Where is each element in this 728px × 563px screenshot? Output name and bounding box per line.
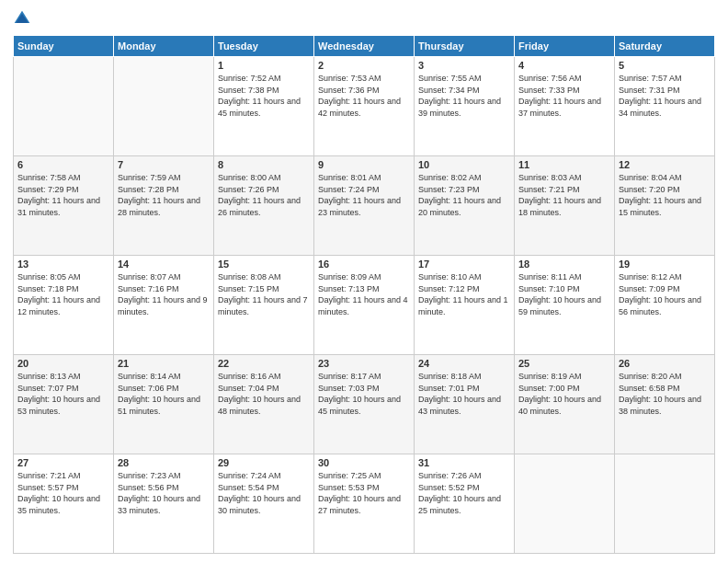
day-info: Sunrise: 7:56 AM Sunset: 7:33 PM Dayligh… (518, 73, 610, 119)
day-info: Sunrise: 8:14 AM Sunset: 7:06 PM Dayligh… (118, 371, 210, 417)
calendar-day-cell: 24Sunrise: 8:18 AM Sunset: 7:01 PM Dayli… (415, 355, 515, 454)
page-container: SundayMondayTuesdayWednesdayThursdayFrid… (0, 0, 728, 563)
calendar-day-cell: 12Sunrise: 8:04 AM Sunset: 7:20 PM Dayli… (615, 156, 715, 256)
day-number: 20 (17, 358, 109, 369)
day-number: 31 (418, 457, 510, 468)
day-info: Sunrise: 8:19 AM Sunset: 7:00 PM Dayligh… (518, 371, 610, 417)
calendar-day-cell: 25Sunrise: 8:19 AM Sunset: 7:00 PM Dayli… (515, 355, 615, 454)
day-info: Sunrise: 7:21 AM Sunset: 5:57 PM Dayligh… (17, 470, 109, 516)
calendar-day-cell (114, 57, 214, 156)
day-number: 27 (17, 457, 109, 468)
day-info: Sunrise: 7:59 AM Sunset: 7:28 PM Dayligh… (118, 172, 210, 218)
calendar-day-cell (615, 454, 715, 554)
day-info: Sunrise: 8:13 AM Sunset: 7:07 PM Dayligh… (17, 371, 109, 417)
day-number: 7 (118, 159, 210, 170)
day-info: Sunrise: 7:24 AM Sunset: 5:54 PM Dayligh… (218, 470, 310, 516)
calendar-day-cell: 9Sunrise: 8:01 AM Sunset: 7:24 PM Daylig… (314, 156, 415, 256)
calendar-day-cell: 28Sunrise: 7:23 AM Sunset: 5:56 PM Dayli… (114, 454, 214, 554)
calendar-day-cell: 6Sunrise: 7:58 AM Sunset: 7:29 PM Daylig… (14, 156, 114, 256)
calendar-day-cell: 14Sunrise: 8:07 AM Sunset: 7:16 PM Dayli… (114, 256, 214, 355)
day-of-week-header: Saturday (615, 36, 715, 57)
calendar-day-cell: 10Sunrise: 8:02 AM Sunset: 7:23 PM Dayli… (415, 156, 515, 256)
day-number: 11 (518, 159, 610, 170)
day-info: Sunrise: 7:52 AM Sunset: 7:38 PM Dayligh… (218, 73, 310, 119)
day-number: 12 (619, 159, 711, 170)
day-info: Sunrise: 7:53 AM Sunset: 7:36 PM Dayligh… (318, 73, 410, 119)
day-info: Sunrise: 8:17 AM Sunset: 7:03 PM Dayligh… (318, 371, 410, 417)
calendar-day-cell: 31Sunrise: 7:26 AM Sunset: 5:52 PM Dayli… (415, 454, 515, 554)
day-info: Sunrise: 8:08 AM Sunset: 7:15 PM Dayligh… (218, 271, 310, 317)
day-info: Sunrise: 8:16 AM Sunset: 7:04 PM Dayligh… (218, 371, 310, 417)
calendar-day-cell: 21Sunrise: 8:14 AM Sunset: 7:06 PM Dayli… (114, 355, 214, 454)
day-number: 25 (518, 358, 610, 369)
day-info: Sunrise: 7:58 AM Sunset: 7:29 PM Dayligh… (17, 172, 109, 218)
day-number: 3 (418, 60, 510, 71)
day-number: 15 (218, 259, 310, 270)
day-number: 16 (318, 259, 410, 270)
day-number: 13 (17, 259, 109, 270)
calendar-day-cell: 1Sunrise: 7:52 AM Sunset: 7:38 PM Daylig… (214, 57, 314, 156)
day-info: Sunrise: 7:25 AM Sunset: 5:53 PM Dayligh… (318, 470, 410, 516)
day-number: 24 (418, 358, 510, 369)
day-info: Sunrise: 7:57 AM Sunset: 7:31 PM Dayligh… (619, 73, 711, 119)
calendar-day-cell: 26Sunrise: 8:20 AM Sunset: 6:58 PM Dayli… (615, 355, 715, 454)
day-number: 28 (118, 457, 210, 468)
calendar-day-cell: 15Sunrise: 8:08 AM Sunset: 7:15 PM Dayli… (214, 256, 314, 355)
day-number: 9 (318, 159, 410, 170)
day-info: Sunrise: 8:07 AM Sunset: 7:16 PM Dayligh… (118, 271, 210, 317)
day-number: 29 (218, 457, 310, 468)
calendar-day-cell: 4Sunrise: 7:56 AM Sunset: 7:33 PM Daylig… (515, 57, 615, 156)
day-number: 22 (218, 358, 310, 369)
calendar-day-cell: 8Sunrise: 8:00 AM Sunset: 7:26 PM Daylig… (214, 156, 314, 256)
calendar-week-row: 27Sunrise: 7:21 AM Sunset: 5:57 PM Dayli… (14, 454, 715, 554)
day-number: 26 (619, 358, 711, 369)
day-info: Sunrise: 8:01 AM Sunset: 7:24 PM Dayligh… (318, 172, 410, 218)
calendar-week-row: 6Sunrise: 7:58 AM Sunset: 7:29 PM Daylig… (14, 156, 715, 256)
calendar-day-cell: 22Sunrise: 8:16 AM Sunset: 7:04 PM Dayli… (214, 355, 314, 454)
header (13, 9, 715, 28)
calendar-day-cell: 2Sunrise: 7:53 AM Sunset: 7:36 PM Daylig… (314, 57, 415, 156)
day-of-week-header: Thursday (415, 36, 515, 57)
day-info: Sunrise: 8:20 AM Sunset: 6:58 PM Dayligh… (619, 371, 711, 417)
day-info: Sunrise: 8:02 AM Sunset: 7:23 PM Dayligh… (418, 172, 510, 218)
calendar-day-cell: 29Sunrise: 7:24 AM Sunset: 5:54 PM Dayli… (214, 454, 314, 554)
day-number: 5 (619, 60, 711, 71)
day-of-week-header: Friday (515, 36, 615, 57)
day-number: 10 (418, 159, 510, 170)
calendar-header-row: SundayMondayTuesdayWednesdayThursdayFrid… (14, 36, 715, 57)
calendar-day-cell: 3Sunrise: 7:55 AM Sunset: 7:34 PM Daylig… (415, 57, 515, 156)
day-of-week-header: Tuesday (214, 36, 314, 57)
day-info: Sunrise: 8:03 AM Sunset: 7:21 PM Dayligh… (518, 172, 610, 218)
day-number: 1 (218, 60, 310, 71)
day-number: 17 (418, 259, 510, 270)
day-info: Sunrise: 8:12 AM Sunset: 7:09 PM Dayligh… (619, 271, 711, 317)
day-info: Sunrise: 7:26 AM Sunset: 5:52 PM Dayligh… (418, 470, 510, 516)
day-info: Sunrise: 8:18 AM Sunset: 7:01 PM Dayligh… (418, 371, 510, 417)
day-number: 19 (619, 259, 711, 270)
day-number: 18 (518, 259, 610, 270)
day-of-week-header: Wednesday (314, 36, 415, 57)
day-info: Sunrise: 8:11 AM Sunset: 7:10 PM Dayligh… (518, 271, 610, 317)
calendar-day-cell (515, 454, 615, 554)
day-number: 30 (318, 457, 410, 468)
day-number: 2 (318, 60, 410, 71)
calendar-day-cell: 18Sunrise: 8:11 AM Sunset: 7:10 PM Dayli… (515, 256, 615, 355)
calendar-week-row: 13Sunrise: 8:05 AM Sunset: 7:18 PM Dayli… (14, 256, 715, 355)
day-info: Sunrise: 8:10 AM Sunset: 7:12 PM Dayligh… (418, 271, 510, 317)
day-info: Sunrise: 7:23 AM Sunset: 5:56 PM Dayligh… (118, 470, 210, 516)
day-of-week-header: Monday (114, 36, 214, 57)
calendar-week-row: 1Sunrise: 7:52 AM Sunset: 7:38 PM Daylig… (14, 57, 715, 156)
calendar-day-cell: 11Sunrise: 8:03 AM Sunset: 7:21 PM Dayli… (515, 156, 615, 256)
day-info: Sunrise: 8:04 AM Sunset: 7:20 PM Dayligh… (619, 172, 711, 218)
day-info: Sunrise: 8:09 AM Sunset: 7:13 PM Dayligh… (318, 271, 410, 317)
day-number: 8 (218, 159, 310, 170)
calendar-day-cell: 17Sunrise: 8:10 AM Sunset: 7:12 PM Dayli… (415, 256, 515, 355)
logo-icon (13, 9, 31, 28)
day-of-week-header: Sunday (14, 36, 114, 57)
calendar-day-cell: 13Sunrise: 8:05 AM Sunset: 7:18 PM Dayli… (14, 256, 114, 355)
day-number: 23 (318, 358, 410, 369)
day-info: Sunrise: 8:05 AM Sunset: 7:18 PM Dayligh… (17, 271, 109, 317)
calendar-table: SundayMondayTuesdayWednesdayThursdayFrid… (13, 35, 715, 554)
calendar-day-cell: 16Sunrise: 8:09 AM Sunset: 7:13 PM Dayli… (314, 256, 415, 355)
calendar-day-cell: 19Sunrise: 8:12 AM Sunset: 7:09 PM Dayli… (615, 256, 715, 355)
